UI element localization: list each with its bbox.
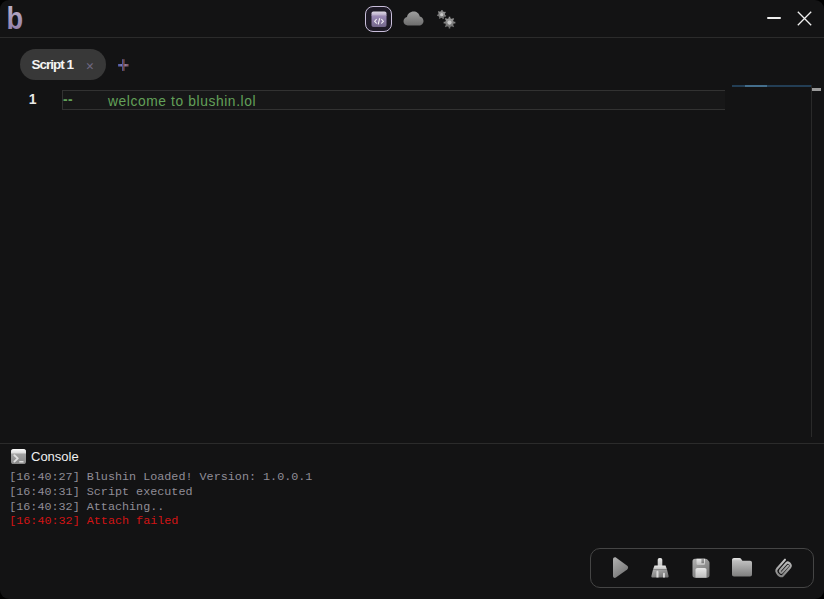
svg-text:b: b	[7, 0, 24, 35]
